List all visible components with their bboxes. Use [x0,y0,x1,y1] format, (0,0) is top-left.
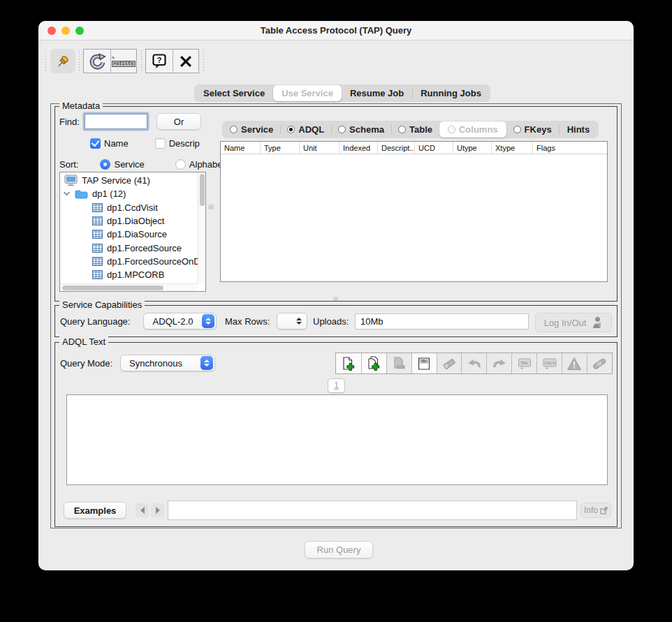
help-icon: ? [151,53,168,70]
column-header[interactable]: UCD [415,142,453,154]
table-radio[interactable] [398,126,406,133]
column-header[interactable]: Xtype [492,142,533,154]
tab-select-service[interactable]: Select Service [195,85,273,101]
split-divider-handle[interactable] [333,296,338,301]
column-header[interactable]: Flags [533,142,574,154]
tree-item-tap-service[interactable]: TAP Service (41) [60,174,198,187]
metadata-panel-title: Metadata [59,101,103,112]
columns-metadata-table: Name Type Unit Indexed Descript... UCD U… [220,141,608,282]
descrip-checkbox-label: Descrip [169,138,200,149]
tree-item-dp1-schema[interactable]: dp1 (12) [60,187,198,200]
parse-error-button[interactable] [562,353,587,373]
service-tree: TAP Service (41) dp1 (12) dp1.CcdVisit [59,172,206,292]
uploads-label: Uploads: [313,316,349,327]
next-example-button[interactable] [151,503,164,517]
detail-tab-schema[interactable]: Schema [331,121,391,138]
tree-item-table[interactable]: dp1.DiaSource [60,228,198,241]
detail-tab-hints[interactable]: Hints [559,121,599,138]
column-header[interactable]: Name [221,142,261,154]
svg-text:TBL: TBL [520,361,529,365]
help-button[interactable]: ? [146,50,173,73]
copy-tab-icon [365,355,382,372]
pin-window-button[interactable] [50,49,75,73]
examples-button[interactable]: Examples [64,502,126,519]
fkeys-radio[interactable] [513,126,521,133]
stepper-icon [200,356,213,370]
split-divider-handle[interactable] [208,204,214,209]
tree-item-table[interactable]: dp1.CcdVisit [60,201,198,214]
detail-tab-adql[interactable]: ADQL [280,121,331,138]
fix-errors-button[interactable] [587,353,612,373]
example-info-button[interactable]: Info [580,503,611,518]
reload-icon [88,52,106,71]
folder-icon [75,188,88,199]
adql-query-textarea[interactable] [66,394,608,485]
bandaid-icon [591,355,608,372]
stilts-button[interactable]: > >stilts [110,50,137,73]
insert-table-button[interactable]: TBL [511,353,536,373]
tree-item-table[interactable]: dp1.ForcedSource [60,241,198,254]
redo-button[interactable] [486,353,511,373]
run-query-button[interactable]: Run Query [305,541,373,558]
previous-example-button[interactable] [136,503,149,517]
or-button[interactable]: Or [156,113,201,130]
find-input[interactable] [85,114,147,129]
query-mode-select[interactable]: Synchronous [120,355,215,371]
undo-icon [466,355,483,372]
remove-tab-button[interactable] [386,353,411,373]
svg-text:?: ? [156,55,161,64]
descrip-checkbox[interactable] [155,138,166,149]
detail-tab-columns[interactable]: Columns [439,121,506,138]
schema-radio[interactable] [338,126,346,133]
name-checkbox[interactable] [90,138,101,149]
add-tab-icon [340,355,357,372]
toolbar-separator [141,50,142,73]
uploads-field[interactable] [355,313,529,329]
eraser-icon [441,355,458,372]
tree-item-table[interactable]: dp1.DiaObject [60,214,198,228]
column-header[interactable]: Unit [300,142,339,154]
tree-item-table[interactable]: dp1.ForcedSourceOnD [60,255,198,268]
table-icon [92,270,103,279]
max-rows-select[interactable] [277,313,307,329]
service-capabilities-title: Service Capabilities [59,299,145,311]
svg-text:Abc: Abc [421,360,428,363]
tree-vertical-scrollbar[interactable] [198,172,205,284]
reload-button[interactable] [84,50,110,73]
sort-alphabetic-radio[interactable] [175,159,186,170]
detail-tab-fkeys[interactable]: FKeys [506,121,559,138]
left-arrow-icon [140,507,145,514]
tab-use-service[interactable]: Use Service [273,85,342,101]
tree-item-table[interactable]: dp1.MPCORB [60,268,198,281]
query-language-select[interactable]: ADQL-2.0 [143,313,217,329]
login-button[interactable]: Log In/Out [535,313,612,332]
find-label: Find: [59,117,80,127]
expand-chevron-icon[interactable] [63,191,71,196]
add-tab-button[interactable] [336,353,361,373]
rename-tab-button[interactable]: Abc [411,353,437,373]
example-name-field[interactable] [168,501,577,520]
copy-tab-button[interactable] [361,353,386,373]
undo-button[interactable] [461,353,486,373]
column-header[interactable]: Type [261,142,300,154]
detail-tab-table[interactable]: Table [391,121,439,138]
service-radio[interactable] [230,126,238,133]
adql-radio[interactable] [287,126,295,133]
stepper-icon [202,314,214,328]
close-dialog-button[interactable] [173,50,199,73]
column-header[interactable]: Indexed [339,142,378,154]
column-header[interactable]: Descript... [378,142,415,154]
insert-columns-icon: COLS [541,355,558,372]
column-header[interactable]: Utype [453,142,492,154]
tree-horizontal-scrollbar[interactable] [60,283,198,291]
sort-label: Sort: [59,159,78,170]
tab-running-jobs[interactable]: Running Jobs [412,85,490,101]
detail-tab-service[interactable]: Service [223,121,280,138]
clear-text-button[interactable] [437,353,462,373]
sort-service-radio[interactable] [100,159,110,170]
columns-radio[interactable] [448,126,455,133]
insert-columns-button[interactable]: COLS [536,353,562,373]
table-icon [92,230,103,239]
query-sheet-tab[interactable]: 1 [328,378,345,393]
tab-resume-job[interactable]: Resume Job [342,85,412,101]
